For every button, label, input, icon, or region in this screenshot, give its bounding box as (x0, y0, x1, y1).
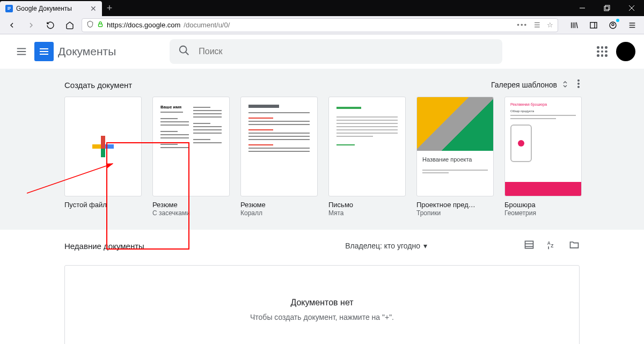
new-tab-button[interactable]: + (102, 0, 117, 16)
lock-icon (97, 21, 104, 29)
svg-line-25 (186, 52, 189, 55)
svg-point-28 (577, 86, 580, 88)
template-gallery-button[interactable]: Галерея шаблонов (491, 80, 568, 90)
svg-point-17 (612, 23, 614, 25)
templates-section: Создать документ Галерея шаблонов Пустой… (0, 69, 644, 230)
template-thumb[interactable] (240, 97, 318, 196)
svg-rect-3 (8, 9, 10, 10)
svg-rect-29 (101, 136, 105, 144)
unfold-icon (562, 80, 568, 90)
svg-rect-34 (525, 241, 533, 248)
template-label: Резюме (240, 201, 318, 209)
template-sublabel: Геометрия (504, 209, 582, 217)
template-thumb[interactable]: Рекламная брошюра Обзор продукта (504, 97, 582, 196)
reader-mode-icon[interactable]: ☰ (534, 21, 540, 29)
tab-close-button[interactable]: ✕ (87, 4, 97, 13)
empty-subtitle: Чтобы создать документ, нажмите на "+". (76, 313, 568, 321)
template-thumb[interactable]: Ваше имя (152, 97, 230, 196)
svg-rect-2 (8, 8, 11, 9)
reload-button[interactable] (43, 18, 58, 33)
account-icon[interactable] (605, 18, 620, 33)
template-resume-coral[interactable]: Резюме Коралл (240, 97, 318, 217)
template-sublabel: Коралл (240, 209, 318, 217)
templates-more-button[interactable] (577, 79, 580, 90)
url-field[interactable]: https://docs.google.com/document/u/0/ ••… (82, 18, 558, 32)
browser-tab[interactable]: Google Документы ✕ (0, 1, 102, 16)
window-controls (570, 0, 644, 16)
template-sublabel: С засечками (152, 209, 230, 217)
bookmark-star-icon[interactable]: ☆ (547, 21, 553, 29)
home-button[interactable] (62, 18, 77, 33)
sidebar-icon[interactable] (586, 18, 601, 33)
recent-section: Недавние документы Владелец: кто угодно … (0, 230, 644, 344)
account-avatar[interactable] (616, 42, 635, 61)
page-content: Документы Создать документ Галерея шабло… (0, 34, 644, 344)
template-thumb[interactable] (328, 97, 406, 196)
svg-rect-6 (605, 5, 610, 10)
caret-down-icon: ▾ (423, 241, 427, 250)
blank-template-thumb[interactable] (64, 97, 142, 196)
back-button[interactable] (4, 18, 19, 33)
close-window-button[interactable] (619, 0, 644, 16)
shield-icon (86, 20, 94, 30)
sort-az-button[interactable]: AZ (546, 239, 557, 252)
google-apps-button[interactable] (597, 46, 608, 57)
svg-rect-14 (590, 22, 597, 28)
svg-point-26 (577, 79, 580, 82)
svg-point-27 (577, 83, 580, 85)
svg-rect-1 (8, 7, 11, 8)
folder-open-button[interactable] (569, 239, 580, 252)
template-sublabel: Мята (328, 209, 406, 217)
minimize-button[interactable] (570, 0, 595, 16)
template-sublabel: Тропики (416, 209, 494, 217)
browser-address-bar: https://docs.google.com/document/u/0/ ••… (0, 16, 644, 34)
empty-state: Документов нет Чтобы создать документ, н… (64, 265, 580, 344)
template-brochure[interactable]: Рекламная брошюра Обзор продукта Брошюра… (504, 97, 582, 217)
svg-rect-5 (604, 6, 609, 11)
page-actions-icon[interactable]: ••• (517, 21, 528, 29)
docs-logo[interactable] (34, 42, 54, 61)
forward-button[interactable] (24, 18, 39, 33)
app-header: Документы (0, 34, 644, 69)
svg-point-24 (180, 46, 187, 53)
browser-titlebar: Google Документы ✕ + (0, 0, 644, 16)
recent-title: Недавние документы (64, 241, 144, 251)
svg-text:Z: Z (551, 243, 553, 248)
owner-filter-label: Владелец: кто угодно (345, 241, 420, 250)
template-row: Пустой файл Ваше имя Резюме С засечками (64, 97, 580, 217)
app-title: Документы (58, 45, 116, 58)
svg-text:A: A (547, 240, 551, 246)
list-view-button[interactable] (524, 239, 535, 252)
owner-filter-dropdown[interactable]: Владелец: кто угодно ▾ (345, 241, 427, 250)
svg-rect-9 (99, 24, 103, 27)
template-label: Пустой файл (64, 201, 142, 209)
library-icon[interactable] (567, 18, 582, 33)
search-box[interactable] (170, 39, 502, 64)
template-label: Брошюра (504, 201, 582, 209)
template-blank[interactable]: Пустой файл (64, 97, 142, 217)
template-letter-mint[interactable]: Письмо Мята (328, 97, 406, 217)
svg-rect-33 (101, 144, 105, 149)
empty-title: Документов нет (76, 298, 568, 308)
url-path: /document/u/0/ (184, 21, 230, 29)
search-input[interactable] (199, 47, 494, 56)
tab-title: Google Документы (16, 5, 87, 12)
maximize-button[interactable] (595, 0, 619, 16)
svg-rect-31 (92, 144, 101, 149)
templates-title: Создать документ (64, 80, 132, 90)
svg-rect-32 (105, 144, 114, 149)
template-resume-serif[interactable]: Ваше имя Резюме С засечками (152, 97, 230, 217)
main-menu-button[interactable] (9, 39, 34, 64)
phone-illustration (510, 125, 532, 162)
docs-favicon (5, 5, 13, 12)
svg-rect-30 (101, 149, 105, 157)
search-icon (178, 45, 199, 58)
template-label: Резюме (152, 201, 230, 209)
template-project-proposal[interactable]: Название проекта Проектное пред… Тропики (416, 97, 494, 217)
template-thumb[interactable]: Название проекта (416, 97, 494, 196)
firefox-menu-button[interactable] (625, 18, 640, 33)
template-label: Проектное пред… (416, 201, 494, 209)
url-domain: https://docs.google.com (107, 21, 180, 29)
gallery-label: Галерея шаблонов (491, 80, 557, 89)
svg-line-13 (576, 22, 577, 28)
